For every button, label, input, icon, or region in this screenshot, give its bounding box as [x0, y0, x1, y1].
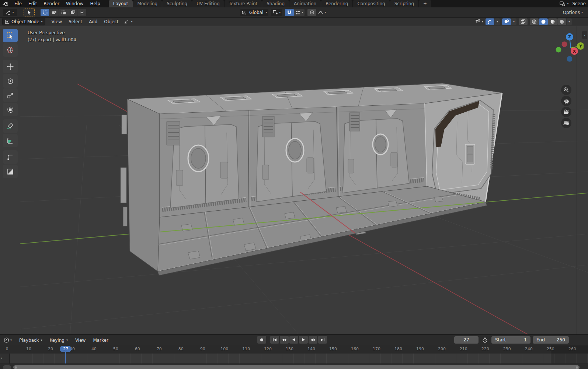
tool-annotate[interactable]	[3, 119, 18, 133]
gizmo-dropdown[interactable]: ▾	[495, 18, 500, 25]
shading-dropdown[interactable]: ▾	[567, 18, 572, 25]
select-mode-intersect[interactable]	[77, 9, 86, 16]
menu-window[interactable]: Window	[63, 1, 87, 6]
viewport-menu-select[interactable]: Select	[65, 19, 86, 24]
zoom-button[interactable]	[561, 85, 571, 95]
blender-logo-icon[interactable]	[0, 1, 11, 6]
previous-keyframe-button[interactable]	[280, 336, 289, 344]
ruler-tick-160: 160	[351, 347, 359, 351]
shading-material-button[interactable]	[548, 18, 557, 25]
pan-button[interactable]	[561, 96, 571, 106]
active-tool-indicator[interactable]	[24, 8, 35, 17]
sidebar-toggle[interactable]: ‹	[582, 31, 587, 39]
tab-uv-editing[interactable]: UV Editing	[192, 0, 224, 7]
orthographic-toggle-button[interactable]	[561, 118, 571, 128]
current-frame-indicator[interactable]: 27	[60, 346, 72, 352]
tool-add-cube[interactable]	[3, 165, 18, 178]
show-overlays-toggle[interactable]	[502, 18, 511, 25]
tab-animation[interactable]: Animation	[289, 0, 321, 7]
editor-type-tool-button[interactable]: ▾	[3, 9, 17, 16]
timeline-scrollbar[interactable]	[13, 365, 580, 369]
use-preview-range-toggle[interactable]	[481, 336, 489, 344]
tool-rotate[interactable]	[3, 74, 18, 88]
snap-with-dropdown[interactable]: ▾	[294, 9, 305, 16]
playhead[interactable]	[65, 351, 66, 363]
tab-texture-paint[interactable]: Texture Paint	[225, 0, 262, 7]
select-mode-set[interactable]	[41, 9, 49, 16]
timeline-scrollbar-stub[interactable]	[3, 365, 11, 369]
adjust-last-operation-dropdown[interactable]: ▾	[123, 18, 134, 25]
tool-corner-pin[interactable]	[3, 150, 18, 164]
editor-type-dropdown[interactable]: ▾	[2, 337, 13, 344]
jump-to-start-button[interactable]	[270, 336, 279, 344]
select-mode-invert[interactable]	[68, 9, 77, 16]
viewport-menu-object[interactable]: Object	[101, 19, 122, 24]
menu-file[interactable]: File	[11, 1, 25, 6]
shading-rendered-button[interactable]	[557, 18, 566, 25]
ruler-tick-240: 240	[525, 347, 533, 351]
tab-scripting[interactable]: Scripting	[390, 0, 418, 7]
menu-render[interactable]: Render	[40, 1, 63, 6]
frame-end-field[interactable]: End250	[533, 336, 569, 344]
scene-chevron-icon[interactable]: ▾	[567, 2, 568, 5]
snap-toggle[interactable]	[285, 9, 294, 16]
tab-rendering[interactable]: Rendering	[321, 0, 352, 7]
transform-orientation-dropdown[interactable]: Global ▾	[240, 9, 268, 16]
select-mode-extend[interactable]	[50, 9, 59, 16]
gizmo-x-label: X	[573, 49, 576, 54]
tab-shading[interactable]: Shading	[262, 0, 289, 7]
tab-sculpting[interactable]: Sculpting	[162, 0, 192, 7]
tool-transform[interactable]	[3, 103, 18, 116]
proportional-editing-toggle[interactable]	[307, 9, 316, 16]
hand-icon	[564, 98, 569, 104]
tab-compositing[interactable]: Compositing	[353, 0, 389, 7]
frame-start-field[interactable]: Start1	[491, 336, 530, 344]
timeline-menu-playback[interactable]: Playback▾	[15, 338, 46, 343]
timeline-menu-keying[interactable]: Keying▾	[46, 338, 72, 343]
camera-view-button[interactable]	[561, 107, 571, 117]
viewport-3d[interactable]: User Perspective (27) export | wall1.004…	[0, 26, 588, 334]
scene-name[interactable]: Scene	[572, 1, 586, 6]
viewport-menu-view[interactable]: View	[48, 19, 65, 24]
wireframe-icon	[532, 19, 537, 24]
timeline-ruler[interactable]: 0102030405060708090100110120130140150160…	[0, 345, 588, 354]
jump-to-end-button[interactable]	[318, 336, 327, 344]
navigation-gizmo[interactable]: Z Y X	[547, 29, 584, 64]
object-visibility-dropdown[interactable]: ▾	[474, 18, 483, 25]
timeline-menu-view[interactable]: View	[72, 338, 89, 343]
timeline-expand-arrow[interactable]: ›	[1, 356, 2, 360]
playback-controls	[257, 336, 327, 344]
start-label: Start	[495, 337, 506, 342]
viewport-menus: ViewSelectAddObject	[48, 19, 122, 24]
next-keyframe-button[interactable]	[309, 336, 317, 344]
menu-edit[interactable]: Edit	[25, 1, 40, 6]
shading-solid-button[interactable]	[539, 18, 548, 25]
shading-mode-group: ▾	[530, 18, 572, 25]
play-button[interactable]	[299, 336, 308, 344]
tool-cursor[interactable]	[3, 43, 18, 57]
overlays-dropdown[interactable]: ▾	[511, 18, 516, 25]
play-reverse-button[interactable]	[289, 336, 298, 344]
timeline-menu-marker[interactable]: Marker	[89, 338, 112, 343]
menu-help[interactable]: Help	[87, 1, 103, 6]
current-frame-field[interactable]: 27	[454, 336, 479, 344]
select-mode-subtract[interactable]	[59, 9, 68, 16]
shading-wireframe-button[interactable]	[530, 18, 539, 25]
tab-layout[interactable]: Layout	[109, 0, 133, 7]
tool-measure[interactable]	[3, 134, 18, 147]
ruler-tick-110: 110	[242, 347, 250, 351]
tool-scale[interactable]	[3, 88, 18, 102]
tool-select-box[interactable]	[3, 29, 18, 42]
tab-modeling[interactable]: Modeling	[133, 0, 162, 7]
xray-toggle[interactable]	[519, 18, 528, 25]
show-gizmo-toggle[interactable]	[486, 18, 494, 25]
tab--[interactable]: +	[419, 0, 431, 7]
viewport-menu-add[interactable]: Add	[86, 19, 101, 24]
pivot-point-dropdown[interactable]: ▾	[271, 9, 282, 16]
options-dropdown[interactable]: Options ▾	[563, 10, 583, 15]
record-button[interactable]	[257, 336, 266, 344]
proportional-falloff-dropdown[interactable]: ▾	[317, 9, 327, 16]
timeline-track[interactable]	[0, 354, 588, 364]
mode-dropdown[interactable]: Object Mode ▾	[2, 18, 45, 25]
tool-move[interactable]	[3, 60, 18, 73]
